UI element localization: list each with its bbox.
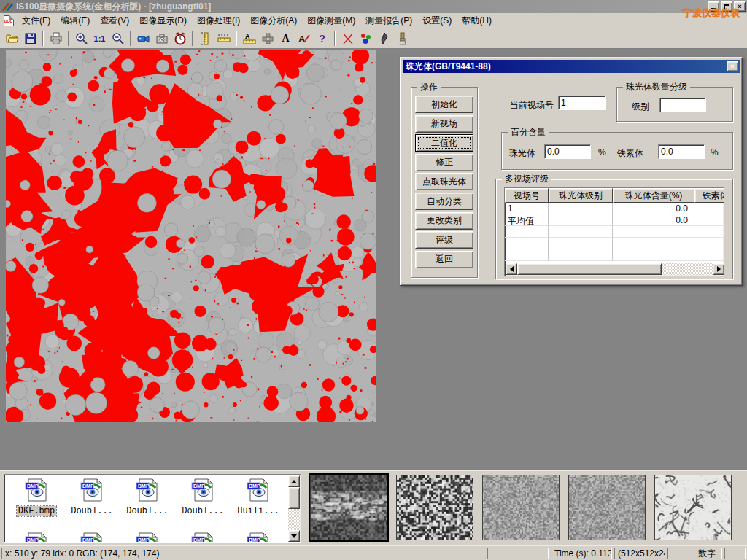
menu-item-2[interactable]: 查看(V): [95, 13, 134, 28]
table-header-1[interactable]: 珠光体级别: [549, 188, 613, 203]
table-header-0[interactable]: 视场号: [505, 188, 549, 203]
metallographic-image-binarized[interactable]: [6, 50, 376, 422]
dialog-title: 珠光体(GB/T9441-88): [406, 61, 491, 73]
table-cell: [505, 226, 549, 238]
file-item-row2-0[interactable]: BMP: [10, 532, 63, 543]
ruler-button[interactable]: [214, 30, 233, 47]
phase-balls-button[interactable]: [357, 30, 375, 47]
file-item-doubl-[interactable]: BMPDoubl...: [66, 478, 118, 516]
window-controls: ×: [708, 1, 746, 12]
file-item-doubl-[interactable]: BMPDoubl...: [177, 478, 229, 516]
op-button-8[interactable]: 返回: [415, 251, 473, 268]
table-header-2[interactable]: 珠光体含量(%): [613, 188, 694, 203]
brush-tool-button[interactable]: [393, 30, 411, 47]
app-icon: [1, 1, 13, 12]
bmp-eye-icon: BMP: [135, 478, 160, 502]
scroll-right-icon[interactable]: [713, 263, 724, 275]
ferrite-percent-input[interactable]: [658, 144, 705, 159]
thumbnail-coarse-dark-structure[interactable]: [310, 475, 387, 540]
save-button[interactable]: [21, 30, 39, 47]
curve-tool-button[interactable]: [338, 30, 357, 47]
video-capture-button[interactable]: [134, 30, 152, 47]
table-row[interactable]: [505, 249, 724, 261]
scrollbar-thumb[interactable]: [517, 263, 662, 275]
table-cell: 0.0: [613, 203, 694, 214]
file-item-dkf-bmp[interactable]: BMPDKF.bmp: [10, 478, 63, 516]
annotate-button[interactable]: A: [295, 30, 313, 47]
menu-item-8[interactable]: 设置(S): [417, 13, 457, 28]
file-item-doubl-[interactable]: BMPDoubl...: [121, 478, 174, 516]
operation-group-label: 操作: [417, 82, 441, 92]
svg-text:BMP: BMP: [27, 537, 39, 542]
print-button[interactable]: [47, 30, 65, 47]
menu-item-6[interactable]: 图像测量(M): [302, 13, 360, 28]
table-horizontal-scrollbar[interactable]: [506, 263, 724, 275]
op-button-1[interactable]: 新视场: [415, 115, 473, 133]
menu-item-9[interactable]: 帮助(H): [457, 13, 497, 28]
table-row[interactable]: 平均值0.0: [505, 214, 724, 226]
table-row[interactable]: [505, 238, 724, 249]
thumbnail-fine-speckle[interactable]: [568, 475, 646, 540]
table-cell: [549, 238, 613, 249]
dialog-title-bar[interactable]: 珠光体(GB/T9441-88) ×: [403, 60, 740, 73]
zoom-in-button[interactable]: [72, 30, 90, 47]
menu-item-5[interactable]: 图像分析(A): [245, 13, 302, 28]
camera-capture-button[interactable]: [152, 30, 171, 47]
op-button-5[interactable]: 自动分类: [415, 192, 473, 210]
thumbnail-light-graphite-flakes[interactable]: [654, 475, 732, 540]
file-label: Doubl...: [125, 506, 170, 516]
scroll-down-icon[interactable]: [288, 530, 300, 542]
menu-item-7[interactable]: 测量报告(P): [360, 13, 417, 28]
multifield-group-label: 多视场评级: [502, 174, 551, 184]
dialog-close-icon[interactable]: ×: [727, 61, 738, 71]
menu-item-0[interactable]: 文件(F): [17, 13, 55, 28]
minimize-button[interactable]: [708, 1, 719, 12]
op-button-7[interactable]: 评级: [415, 231, 473, 249]
op-button-6[interactable]: 更改类别: [415, 212, 473, 230]
close-button[interactable]: ×: [734, 1, 746, 12]
menu-item-3[interactable]: 图像显示(D): [134, 13, 192, 28]
table-cell: [549, 203, 613, 214]
menu-item-1[interactable]: 编辑(E): [55, 13, 95, 28]
file-scrollbar-thumb[interactable]: [288, 487, 300, 509]
text-button[interactable]: A: [276, 30, 295, 47]
help-button[interactable]: ?: [313, 30, 331, 47]
timer-button[interactable]: [171, 30, 189, 47]
actual-size-button[interactable]: 1:1: [90, 30, 109, 47]
zoom-out-button[interactable]: [109, 30, 127, 47]
svg-text:BMP: BMP: [193, 537, 205, 542]
level-input[interactable]: [659, 98, 706, 112]
file-list-scrollbar[interactable]: [288, 475, 300, 542]
scroll-up-icon[interactable]: [288, 475, 300, 487]
table-row[interactable]: [505, 226, 724, 238]
file-item-row2-3[interactable]: BMP: [177, 532, 229, 543]
current-field-input[interactable]: [558, 96, 606, 110]
menu-item-4[interactable]: 图像处理(I): [192, 13, 245, 28]
op-button-4[interactable]: 点取珠光体: [415, 173, 473, 190]
scroll-left-icon[interactable]: [506, 263, 517, 275]
caliper-button[interactable]: [196, 30, 214, 47]
pen-tool-button[interactable]: [375, 30, 393, 47]
file-item-row2-1[interactable]: BMP: [66, 532, 118, 543]
svg-text:BMP: BMP: [27, 483, 39, 489]
file-item-row2-2[interactable]: BMP: [121, 532, 174, 543]
scrollbar-track[interactable]: [517, 263, 713, 275]
measure-text-button[interactable]: A: [240, 30, 258, 47]
table-row[interactable]: 10.0: [505, 203, 724, 214]
op-button-0[interactable]: 初始化: [415, 96, 473, 113]
op-button-2[interactable]: 二值化: [415, 134, 473, 152]
table-header-3[interactable]: 铁素体含量(%): [694, 188, 724, 203]
file-label: HuiTi...: [236, 506, 281, 516]
file-item-huiti-[interactable]: BMPHuiTi...: [232, 478, 285, 516]
text-icon: A: [282, 33, 289, 44]
grid-button[interactable]: [258, 30, 276, 47]
thumbnail-fine-speckle[interactable]: [482, 475, 560, 540]
thumbnail-high-contrast-blobs[interactable]: [396, 475, 473, 540]
mdi-document-icon[interactable]: [4, 15, 14, 26]
file-item-row2-4[interactable]: BMP: [232, 532, 285, 543]
pearlite-percent-input[interactable]: [544, 144, 591, 159]
toolbar-separator: [42, 31, 44, 46]
open-file-button[interactable]: [3, 30, 21, 47]
op-button-3[interactable]: 修正: [415, 154, 473, 171]
restore-button[interactable]: [721, 1, 732, 12]
